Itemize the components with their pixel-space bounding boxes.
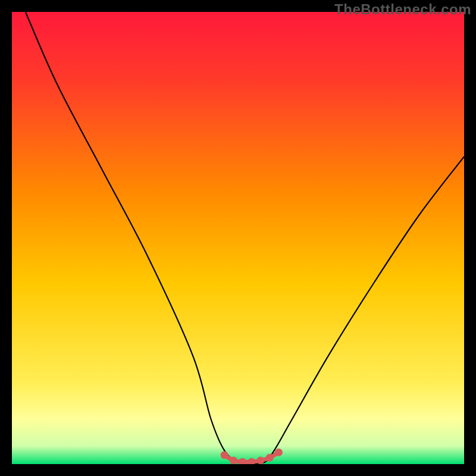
highlight-dot <box>230 456 237 464</box>
chart-frame: TheBottleneck.com <box>0 0 476 476</box>
gradient-background <box>12 12 464 464</box>
highlight-dot <box>266 454 274 462</box>
watermark-text: TheBottleneck.com <box>334 1 471 18</box>
highlight-dot <box>257 456 265 464</box>
plot-area <box>12 12 464 464</box>
highlight-dot <box>275 449 283 456</box>
highlight-dot <box>221 451 228 459</box>
chart-svg <box>12 12 464 464</box>
